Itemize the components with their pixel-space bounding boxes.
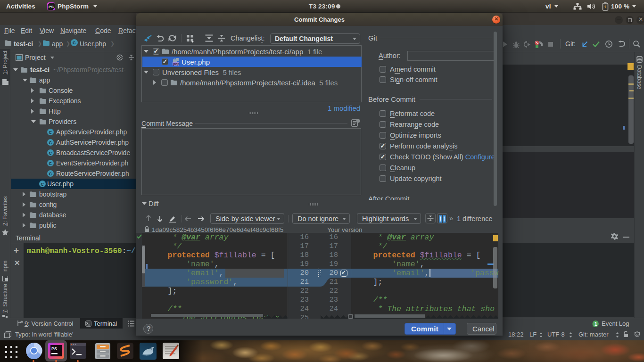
svg-text:PS: PS	[49, 5, 54, 9]
svg-text:C: C	[73, 41, 76, 45]
svg-text:1: 1	[594, 321, 597, 327]
svg-text:PS: PS	[51, 346, 57, 351]
svg-text:php: php	[173, 62, 180, 66]
